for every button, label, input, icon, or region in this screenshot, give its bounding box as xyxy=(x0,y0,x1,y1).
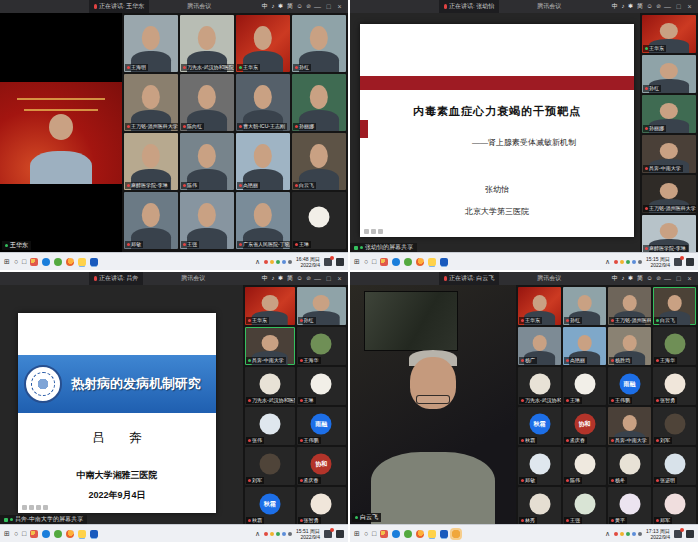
participant-tile[interactable]: 张进明 xyxy=(653,447,696,485)
participant-tile[interactable]: 协和孟庆春 xyxy=(563,407,606,445)
taskbar-app-firefox-icon[interactable] xyxy=(66,530,74,538)
tray-caret-icon[interactable]: ∧ xyxy=(255,258,260,265)
participant-tile[interactable]: 杨胜均 xyxy=(608,327,651,365)
participant-tile[interactable]: 白云飞 xyxy=(653,287,696,325)
annotation-toolbar[interactable] xyxy=(364,229,383,234)
minimize-button[interactable]: — xyxy=(662,0,673,13)
participant-tile[interactable]: 陈伟 xyxy=(180,133,234,190)
taskbar-app-explorer-icon[interactable] xyxy=(428,258,436,266)
minimize-button[interactable]: — xyxy=(662,272,673,285)
taskbar-app-firefox-icon[interactable] xyxy=(66,258,74,266)
taskbar-clock[interactable]: 16:48 周日 2022/9/4 xyxy=(296,256,320,268)
taskbar-app-photos-icon[interactable] xyxy=(30,530,38,538)
participant-tile[interactable]: 陈向红 xyxy=(180,74,234,131)
tray-icons[interactable] xyxy=(614,532,642,536)
minimize-button[interactable]: — xyxy=(312,272,323,285)
maximize-button[interactable]: □ xyxy=(323,0,334,13)
participant-tile[interactable]: 麻醉医学院-李琳 xyxy=(642,215,696,252)
participant-tile[interactable]: 秋霜秋霜 xyxy=(518,407,561,445)
chat-app-tray-icon[interactable] xyxy=(674,530,682,538)
taskbar-app-word-icon[interactable] xyxy=(90,530,98,538)
participant-tile[interactable]: 孙丽娜 xyxy=(292,74,346,131)
participant-tile[interactable]: 高艳丽 xyxy=(236,133,290,190)
participant-tile[interactable]: 黄平 xyxy=(608,487,651,524)
start-button[interactable]: ⊞ xyxy=(354,258,360,265)
tray-caret-icon[interactable]: ∧ xyxy=(605,258,610,265)
participant-tile[interactable]: 王万铭-温州医科大学 xyxy=(608,287,651,325)
participant-tile[interactable]: 张智勇 xyxy=(297,487,347,524)
participant-tile[interactable]: 刘军 xyxy=(653,407,696,445)
participant-tile[interactable]: 曹大朝-ICU-王志刚 xyxy=(236,74,290,131)
participant-tile[interactable]: 吕奔-中南大学 xyxy=(245,327,295,365)
close-button[interactable]: × xyxy=(334,0,345,13)
taskbar-app-edge-icon[interactable] xyxy=(42,530,50,538)
taskbar-app-word-icon[interactable] xyxy=(90,258,98,266)
search-icon[interactable]: ○ xyxy=(364,530,368,537)
participant-tile[interactable]: 万先水-武汉协和医院 xyxy=(180,15,234,72)
taskbar-app-browser-icon[interactable] xyxy=(404,258,412,266)
active-speaker-video[interactable] xyxy=(0,82,122,184)
task-view-icon[interactable]: □ xyxy=(372,530,376,537)
participant-tile[interactable]: 白云飞 xyxy=(292,133,346,190)
search-icon[interactable]: ○ xyxy=(14,530,18,537)
participant-tile[interactable]: 王万铭-温州医科大学 xyxy=(642,175,696,213)
participant-tile[interactable]: 吕奔-中南大学 xyxy=(642,135,696,173)
start-button[interactable]: ⊞ xyxy=(4,258,10,265)
tray-caret-icon[interactable]: ∧ xyxy=(255,530,260,537)
participant-tile[interactable]: 林秀 xyxy=(518,487,561,524)
task-view-icon[interactable]: □ xyxy=(22,530,26,537)
participant-tile[interactable]: 刘军 xyxy=(245,447,295,485)
participant-tile[interactable]: 王华东 xyxy=(518,287,561,325)
participant-tile[interactable]: 张伟 xyxy=(245,407,295,445)
participant-tile[interactable]: 郑敏 xyxy=(124,192,178,249)
participant-tile[interactable]: 王海华 xyxy=(653,327,696,365)
task-view-icon[interactable]: □ xyxy=(372,258,376,265)
active-speaker-video[interactable]: 白云飞 xyxy=(350,285,516,524)
participant-tile[interactable]: 孙红 xyxy=(292,15,346,72)
taskbar-app-word-icon[interactable] xyxy=(440,530,448,538)
close-button[interactable]: × xyxy=(684,272,695,285)
participant-tile[interactable]: 万先水-武汉协和医院 xyxy=(518,367,561,405)
participant-tile[interactable]: 郑军 xyxy=(653,487,696,524)
participant-tile[interactable]: 王海明 xyxy=(124,15,178,72)
taskbar-app-firefox-icon[interactable] xyxy=(416,530,424,538)
participant-tile[interactable]: 雨融王伟鹏 xyxy=(297,407,347,445)
tray-icons[interactable] xyxy=(614,260,642,264)
participant-tile[interactable]: 协和孟庆春 xyxy=(297,447,347,485)
tray-caret-icon[interactable]: ∧ xyxy=(605,530,610,537)
annotation-toolbar[interactable] xyxy=(22,505,48,510)
participant-tile[interactable]: 秋霜秋霜 xyxy=(245,487,295,524)
participant-tile[interactable]: 麻醉医学院-李琳 xyxy=(124,133,178,190)
tray-icons[interactable] xyxy=(264,532,292,536)
participant-tile[interactable]: 王华东 xyxy=(236,15,290,72)
taskbar-app-browser-icon[interactable] xyxy=(54,258,62,266)
taskbar-app-edge-icon[interactable] xyxy=(42,258,50,266)
taskbar-app-explorer-icon[interactable] xyxy=(428,530,436,538)
maximize-button[interactable]: □ xyxy=(673,0,684,13)
participant-tile[interactable]: 王万铭-温州医科大学 xyxy=(124,74,178,131)
ime-toolbar[interactable]: 中 ♪ ✱ 简 ☺ ⊙ xyxy=(612,274,662,283)
participant-tile[interactable]: 陈伟 xyxy=(563,447,606,485)
participant-tile[interactable]: 王琳 xyxy=(292,192,346,249)
participant-tile[interactable]: 王琳 xyxy=(297,367,347,405)
maximize-button[interactable]: □ xyxy=(323,272,334,285)
minimize-button[interactable]: — xyxy=(312,0,323,13)
participant-tile[interactable]: 高艳丽 xyxy=(563,327,606,365)
participant-tile[interactable]: 郑敏 xyxy=(518,447,561,485)
participant-tile[interactable]: 孙红 xyxy=(297,287,347,325)
taskbar-app-edge-icon[interactable] xyxy=(392,258,400,266)
search-icon[interactable]: ○ xyxy=(364,258,368,265)
participant-tile[interactable]: 雨融王伟鹏 xyxy=(608,367,651,405)
taskbar-app-photos-icon[interactable] xyxy=(380,530,388,538)
chat-app-tray-icon[interactable] xyxy=(324,258,332,266)
ime-toolbar[interactable]: 中 ♪ ✱ 简 ☺ ⊙ xyxy=(612,2,662,11)
taskbar-app-meeting-icon[interactable] xyxy=(452,530,460,538)
participant-tile[interactable]: 万先水-武汉协和医院 xyxy=(245,367,295,405)
participant-tile[interactable]: 孙丽娜 xyxy=(642,95,696,133)
taskbar-app-edge-icon[interactable] xyxy=(392,530,400,538)
action-center-icon[interactable] xyxy=(336,258,344,266)
participant-tile[interactable]: 王琳 xyxy=(563,367,606,405)
action-center-icon[interactable] xyxy=(686,258,694,266)
maximize-button[interactable]: □ xyxy=(673,272,684,285)
search-icon[interactable]: ○ xyxy=(14,258,18,265)
